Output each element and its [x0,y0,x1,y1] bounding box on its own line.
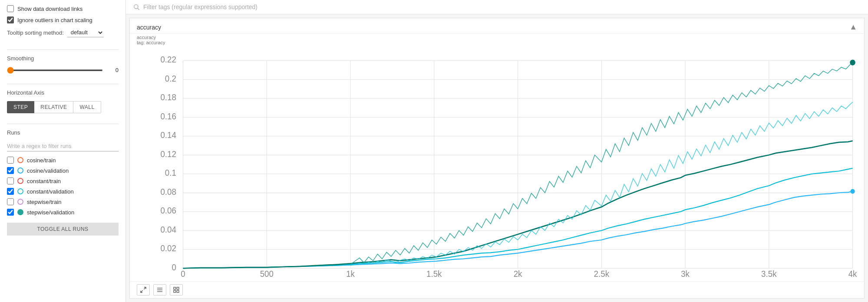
cosine-val-checkbox[interactable] [7,167,14,174]
lines-icon [156,286,163,293]
chart-tag-label: accuracy [137,35,156,40]
svg-point-0 [134,5,138,9]
haxis-section: Horizontal Axis STEP RELATIVE WALL [7,88,119,113]
chart-header: accuracy ▲ [130,18,864,34]
smoothing-value: 0 [108,67,119,73]
endpoint-dot [850,60,855,66]
stepwise-train-dot [17,199,23,205]
cosine-train-label: cosine/train [27,157,56,164]
svg-text:3k: 3k [681,269,690,278]
svg-text:3.5k: 3.5k [761,269,777,278]
svg-rect-52 [177,290,179,292]
svg-text:1.5k: 1.5k [426,269,442,278]
svg-line-45 [141,290,143,292]
svg-text:0.06: 0.06 [160,206,176,215]
chart-title: accuracy [137,24,161,31]
runs-section: Runs cosine/train cosine/validation cons… [7,128,119,297]
list-item: cosine/validation [7,167,119,174]
endpoint-dot-2 [850,189,855,194]
chart-card: accuracy ▲ accuracy tag: accuracy .grid-… [129,18,865,299]
svg-text:0.12: 0.12 [160,149,176,158]
expand-icon [140,286,147,293]
smoothing-slider-row: 0 [7,67,119,73]
stepwise-val-checkbox[interactable] [7,209,14,216]
svg-text:4k: 4k [848,269,857,278]
main-area: accuracy ▲ accuracy tag: accuracy .grid-… [126,0,868,302]
constant-val-label: constant/validation [27,188,74,195]
show-download-row: Show data download links [7,5,119,12]
constant-train-label: constant/train [27,178,61,184]
chart-tooltip-area: accuracy tag: accuracy [130,34,864,48]
fit-icon [173,286,180,293]
svg-text:0.16: 0.16 [160,112,176,121]
divider-2 [7,84,119,84]
axis-wall-button[interactable]: WALL [73,101,101,113]
list-item: constant/train [7,177,119,184]
ignore-outliers-row: Ignore outliers in chart scaling [7,16,119,23]
tooltip-sort-row: Tooltip sorting method: default [7,28,119,37]
show-download-checkbox[interactable] [7,5,14,12]
axis-relative-button[interactable]: RELATIVE [34,101,73,113]
svg-line-44 [144,287,146,289]
svg-rect-49 [174,287,176,289]
lines-icon-button[interactable] [153,284,166,295]
smoothing-title: Smoothing [7,55,119,62]
svg-text:0.04: 0.04 [160,225,176,234]
stepwise-train-label: stepwise/train [27,199,61,205]
toggle-all-runs-button[interactable]: TOGGLE ALL RUNS [7,223,119,236]
cosine-val-label: cosine/validation [27,167,69,174]
constant-train-checkbox[interactable] [7,177,14,184]
svg-text:0.22: 0.22 [160,55,176,64]
svg-text:500: 500 [260,269,274,278]
constant-val-dot [17,188,23,194]
ignore-outliers-checkbox[interactable] [7,16,14,23]
svg-rect-51 [174,290,176,292]
svg-text:0: 0 [181,269,185,278]
smoothing-slider[interactable] [7,69,103,71]
expand-icon-button[interactable] [137,284,150,295]
svg-rect-50 [177,287,179,289]
svg-text:0.08: 0.08 [160,187,176,196]
list-item: stepwise/train [7,198,119,205]
svg-text:0.02: 0.02 [160,244,176,253]
svg-text:0.18: 0.18 [160,93,176,102]
filter-bar [126,0,868,14]
svg-text:0.1: 0.1 [165,168,176,177]
cosine-train-checkbox[interactable] [7,157,14,164]
divider-3 [7,124,119,124]
show-download-label: Show data download links [17,6,83,12]
stepwise-train-checkbox[interactable] [7,198,14,205]
list-item: stepwise/validation [7,209,119,216]
svg-text:0.2: 0.2 [165,74,176,83]
divider-1 [7,49,119,50]
axis-step-button[interactable]: STEP [7,101,34,113]
svg-text:2k: 2k [514,269,522,278]
chart-collapse-button[interactable]: ▲ [849,23,857,32]
svg-text:0: 0 [172,263,176,272]
chart-tag-sublabel: tag: accuracy [137,40,165,45]
svg-line-1 [138,8,139,10]
search-icon [133,3,140,10]
stepwise-val-dot [17,209,23,215]
filter-input[interactable] [143,3,861,10]
chart-svg: .grid-line { stroke: #e0e0e0; stroke-wid… [156,51,857,278]
cosine-val-dot [17,167,23,174]
haxis-title: Horizontal Axis [7,89,119,96]
cosine-train-dot [17,157,23,163]
fit-icon-button[interactable] [170,284,183,295]
svg-text:0.14: 0.14 [160,131,176,140]
runs-title: Runs [7,129,119,136]
runs-filter [7,141,119,157]
stepwise-val-label: stepwise/validation [27,209,74,216]
chart-toolbar [130,281,864,298]
tooltip-sort-label: Tooltip sorting method: [7,30,64,36]
sidebar: Show data download links Ignore outliers… [0,0,126,302]
runs-filter-input[interactable] [7,141,119,151]
svg-text:1k: 1k [346,269,355,278]
constant-val-checkbox[interactable] [7,188,14,195]
constant-train-dot [17,178,23,184]
list-item: cosine/train [7,157,119,164]
list-item: constant/validation [7,188,119,195]
tooltip-sort-select[interactable]: default [67,28,104,37]
ignore-outliers-label: Ignore outliers in chart scaling [17,17,92,23]
